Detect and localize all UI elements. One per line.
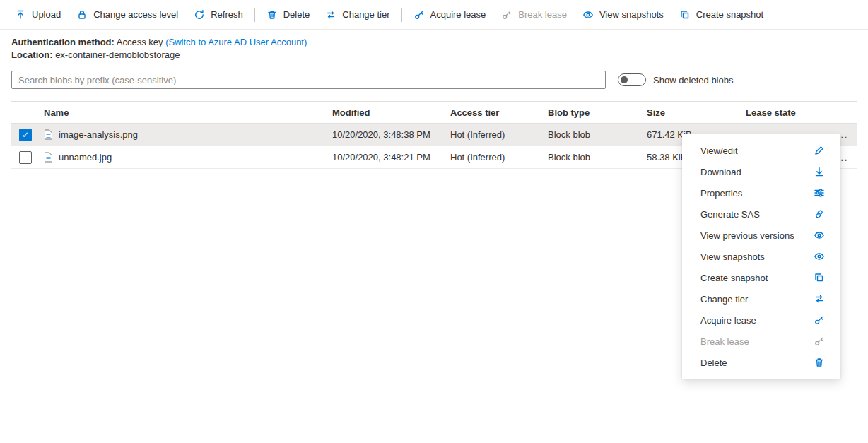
table-header-row: Name Modified Access tier Blob type Size… — [11, 101, 857, 124]
blob-type: Block blob — [548, 129, 647, 140]
header-modified: Modified — [332, 107, 450, 118]
eye-icon — [814, 230, 825, 241]
menu-create-snapshot-label: Create snapshot — [700, 273, 768, 283]
pencil-icon — [814, 145, 825, 156]
change-tier-icon — [325, 9, 336, 20]
header-access-tier: Access tier — [450, 107, 548, 118]
upload-icon — [15, 9, 26, 20]
toolbar-separator — [401, 8, 402, 22]
change-tier-label: Change tier — [342, 9, 389, 20]
eye-icon — [814, 251, 825, 262]
menu-create-snapshot[interactable]: Create snapshot — [682, 267, 840, 288]
blob-name[interactable]: unnamed.jpg — [59, 152, 112, 163]
show-deleted-blobs-toggle[interactable] — [618, 73, 646, 86]
show-deleted-blobs-label: Show deleted blobs — [653, 75, 733, 85]
change-access-level-label: Change access level — [93, 9, 178, 20]
menu-view-previous-versions-label: View previous versions — [700, 230, 794, 241]
snapshot-icon — [679, 9, 691, 20]
menu-properties[interactable]: Properties — [682, 182, 840, 203]
file-icon — [44, 129, 53, 140]
menu-acquire-lease[interactable]: Acquire lease — [682, 309, 840, 331]
blob-access-tier: Hot (Inferred) — [450, 129, 548, 140]
delete-label: Delete — [283, 9, 310, 20]
header-lease-state: Lease state — [746, 107, 828, 118]
refresh-button[interactable]: Refresh — [186, 3, 251, 27]
acquire-lease-button[interactable]: Acquire lease — [406, 3, 494, 27]
location-value: ex-container-demoblobstorage — [55, 49, 180, 60]
menu-break-lease: Break lease — [682, 331, 840, 352]
refresh-label: Refresh — [211, 9, 243, 20]
change-access-level-button[interactable]: Change access level — [69, 3, 186, 27]
row-checkbox-checked[interactable] — [19, 129, 32, 141]
view-snapshots-label: View snapshots — [599, 9, 664, 20]
blob-name[interactable]: image-analysis.png — [59, 129, 138, 140]
auth-method-row: Authentication method: Access key (Switc… — [11, 36, 857, 48]
menu-download-label: Download — [700, 167, 741, 177]
blob-modified: 10/20/2020, 3:48:38 PM — [332, 129, 450, 140]
delete-button[interactable]: Delete — [259, 3, 318, 27]
switch-auth-link[interactable]: (Switch to Azure AD User Account) — [165, 37, 307, 47]
trash-icon — [266, 9, 278, 20]
break-lease-label: Break lease — [518, 9, 567, 20]
menu-download[interactable]: Download — [682, 161, 840, 182]
row-checkbox[interactable] — [19, 151, 32, 164]
menu-break-lease-label: Break lease — [700, 336, 749, 347]
blob-type: Block blob — [548, 152, 647, 163]
blob-modified: 10/20/2020, 3:48:21 PM — [332, 152, 450, 163]
upload-button[interactable]: Upload — [7, 3, 69, 27]
link-icon — [814, 208, 825, 220]
auth-method-label: Authentication method: — [11, 37, 115, 47]
upload-label: Upload — [32, 9, 61, 20]
download-icon — [814, 166, 825, 177]
search-row: Show deleted blobs — [0, 61, 868, 89]
menu-view-snapshots-label: View snapshots — [700, 252, 765, 262]
toolbar-separator — [254, 8, 255, 22]
break-lease-icon — [501, 9, 512, 20]
location-row: Location: ex-container-demoblobstorage — [11, 49, 857, 61]
file-icon — [44, 152, 53, 163]
menu-view-previous-versions[interactable]: View previous versions — [682, 225, 840, 246]
blob-context-menu: View/edit Download Properties Generate S… — [682, 134, 840, 379]
menu-view-snapshots[interactable]: View snapshots — [682, 246, 840, 267]
lock-icon — [76, 9, 88, 20]
menu-change-tier-label: Change tier — [700, 294, 748, 305]
view-snapshots-button[interactable]: View snapshots — [575, 3, 671, 27]
location-label: Location: — [11, 49, 53, 60]
menu-delete[interactable]: Delete — [682, 352, 840, 373]
create-snapshot-button[interactable]: Create snapshot — [671, 3, 771, 27]
menu-change-tier[interactable]: Change tier — [682, 288, 840, 309]
auth-method-value: Access key — [117, 37, 163, 47]
header-size: Size — [647, 107, 746, 118]
container-info: Authentication method: Access key (Switc… — [0, 30, 868, 61]
change-tier-icon — [814, 293, 825, 305]
menu-generate-sas[interactable]: Generate SAS — [682, 203, 840, 225]
trash-icon — [814, 357, 825, 368]
refresh-icon — [194, 9, 205, 20]
sliders-icon — [814, 187, 825, 199]
search-blobs-input[interactable] — [11, 71, 606, 89]
blob-toolbar: Upload Change access level Refresh Delet… — [0, 0, 868, 30]
lease-key-icon — [414, 9, 425, 20]
snapshot-icon — [814, 272, 825, 283]
eye-icon — [582, 9, 594, 20]
acquire-lease-label: Acquire lease — [430, 9, 486, 20]
menu-properties-label: Properties — [700, 188, 742, 199]
menu-generate-sas-label: Generate SAS — [700, 209, 760, 220]
header-name: Name — [44, 107, 332, 118]
create-snapshot-label: Create snapshot — [696, 9, 763, 20]
change-tier-button[interactable]: Change tier — [317, 3, 397, 27]
lease-key-icon — [814, 314, 825, 326]
menu-view-edit-label: View/edit — [700, 146, 738, 156]
menu-view-edit[interactable]: View/edit — [682, 140, 840, 161]
menu-acquire-lease-label: Acquire lease — [700, 315, 756, 326]
menu-delete-label: Delete — [700, 358, 727, 368]
break-lease-icon — [814, 336, 825, 347]
header-blob-type: Blob type — [548, 107, 647, 118]
blob-access-tier: Hot (Inferred) — [450, 152, 548, 163]
break-lease-button: Break lease — [493, 3, 575, 27]
